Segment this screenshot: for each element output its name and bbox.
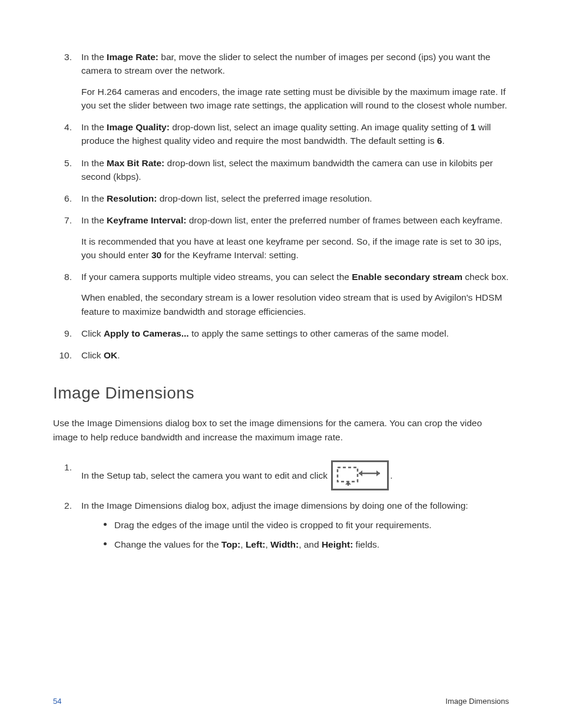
paragraph: For H.264 cameras and encoders, the imag… xyxy=(81,85,509,113)
page-footer: 54 Image Dimensions xyxy=(53,696,509,707)
item-number: 1. xyxy=(53,460,72,474)
bullet-list: Drag the edges of the image until the vi… xyxy=(104,518,509,552)
instruction-list-2: 1. In the Setup tab, select the camera y… xyxy=(53,460,509,552)
instruction-list-1: 3. In the Image Rate: bar, move the slid… xyxy=(53,50,509,362)
paragraph: If your camera supports multiple video s… xyxy=(81,270,509,284)
paragraph: Click OK. xyxy=(81,348,509,362)
paragraph: Click Apply to Cameras... to apply the s… xyxy=(81,327,509,340)
list-item: 9. Click Apply to Cameras... to apply th… xyxy=(53,327,509,340)
paragraph: In the Max Bit Rate: drop-down list, sel… xyxy=(81,156,509,184)
list-item: 8. If your camera supports multiple vide… xyxy=(53,270,509,318)
list-item: 7. In the Keyframe Interval: drop-down l… xyxy=(53,213,509,262)
item-number: 4. xyxy=(53,120,72,134)
paragraph: In the Image Dimensions dialog box, adju… xyxy=(81,499,509,512)
item-number: 7. xyxy=(53,213,72,227)
paragraph: In the Resolution: drop-down list, selec… xyxy=(81,192,509,205)
list-item: 2. In the Image Dimensions dialog box, a… xyxy=(53,499,509,552)
item-number: 5. xyxy=(53,156,72,170)
section-intro: Use the Image Dimensions dialog box to s… xyxy=(53,416,509,444)
item-number: 8. xyxy=(53,270,72,284)
item-number: 2. xyxy=(53,499,72,512)
document-page: 3. In the Image Rate: bar, move the slid… xyxy=(0,0,562,728)
paragraph: In the Keyframe Interval: drop-down list… xyxy=(81,213,509,227)
paragraph: When enabled, the secondary stream is a … xyxy=(81,291,509,318)
bullet-item: Drag the edges of the image until the vi… xyxy=(104,518,509,532)
bullet-item: Change the values for the Top:, Left:, W… xyxy=(104,538,509,551)
list-item: 1. In the Setup tab, select the camera y… xyxy=(53,460,509,490)
paragraph: In the Image Rate: bar, move the slider … xyxy=(81,50,509,78)
image-dimensions-icon xyxy=(331,460,389,490)
item-number: 3. xyxy=(53,50,72,64)
item-number: 6. xyxy=(53,192,72,205)
page-number: 54 xyxy=(53,696,61,707)
list-item: 3. In the Image Rate: bar, move the slid… xyxy=(53,50,509,112)
item-number: 9. xyxy=(53,327,72,340)
footer-title: Image Dimensions xyxy=(445,696,509,707)
section-heading: Image Dimensions xyxy=(53,381,509,406)
list-item: 4. In the Image Quality: drop-down list,… xyxy=(53,120,509,148)
item-number: 10. xyxy=(53,348,72,362)
svg-rect-0 xyxy=(338,467,358,482)
paragraph: In the Image Quality: drop-down list, se… xyxy=(81,120,509,148)
list-item: 6. In the Resolution: drop-down list, se… xyxy=(53,192,509,205)
paragraph: It is recommended that you have at least… xyxy=(81,235,509,262)
list-item: 5. In the Max Bit Rate: drop-down list, … xyxy=(53,156,509,184)
list-item: 10. Click OK. xyxy=(53,348,509,362)
